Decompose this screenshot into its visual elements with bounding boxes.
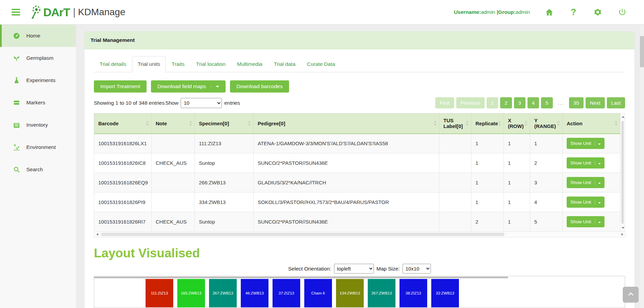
page-button-4[interactable]: 4	[527, 97, 539, 108]
help-icon[interactable]: ?	[568, 7, 578, 17]
inventory-icon	[13, 121, 21, 129]
scroll-to-top-button[interactable]	[623, 287, 639, 303]
sort-icon	[498, 121, 501, 126]
column-header-pedigree-0[interactable]: Pedigree[0]	[254, 113, 439, 134]
pagination-ellipsis: ...	[555, 100, 567, 106]
sort-icon	[524, 121, 527, 126]
column-header-action[interactable]: Action	[563, 113, 620, 134]
column-header-label: X (ROW)	[508, 118, 524, 129]
sidebar-item-inventory[interactable]: Inventory	[0, 114, 76, 136]
import-treatment-button[interactable]: Import Treatment	[94, 80, 147, 93]
column-header-label: Note	[156, 121, 167, 126]
column-header-tus-label-0[interactable]: TUS Label[0]	[439, 113, 471, 134]
vertical-scrollbar-thumb[interactable]	[621, 121, 624, 224]
plot-cham-6[interactable]: Cham 6	[304, 279, 332, 307]
scroll-up-arrow-icon[interactable]	[622, 116, 624, 118]
page-button-3[interactable]: 3	[514, 97, 525, 108]
layout-scrollbar-thumb[interactable]	[94, 277, 508, 278]
show-unit-button[interactable]: Show Unit	[567, 177, 604, 188]
power-icon[interactable]	[617, 7, 627, 17]
scroll-right-arrow-icon[interactable]	[621, 233, 623, 236]
sort-icon	[248, 121, 251, 126]
column-header-barcode[interactable]: Barcode	[94, 113, 152, 134]
column-header-replicate[interactable]: Replicate	[471, 113, 504, 134]
plot-label: 267:ZWB13	[371, 291, 392, 295]
cell-specimen: Suntop	[195, 212, 254, 232]
tab-trial-data[interactable]: Trial data	[268, 56, 301, 72]
plot-134-zwb13[interactable]: 134:ZWB13	[336, 279, 364, 307]
table-row: 10015319161826LX1111:ZIZ13ATENA-1/GAMDOW…	[94, 134, 620, 153]
tab-trial-details[interactable]: Trial details	[94, 56, 132, 72]
column-header-note[interactable]: Note	[152, 113, 195, 134]
plot-46-zwb13[interactable]: 46:ZWB13	[241, 279, 268, 307]
sidebar-item-home[interactable]: Home	[0, 25, 76, 47]
show-unit-button[interactable]: Show Unit	[567, 138, 604, 149]
dart-logo-icon[interactable]	[29, 5, 42, 20]
cell-x: 1	[504, 173, 530, 192]
plot-267-zwb13[interactable]: 267:ZWB13	[209, 279, 237, 307]
cell-x: 1	[504, 153, 530, 173]
page-size-select[interactable]: 10	[181, 98, 222, 108]
show-unit-button[interactable]: Show Unit	[567, 157, 604, 169]
home-icon[interactable]	[544, 7, 554, 17]
download-field-maps-button[interactable]: Download field maps	[151, 80, 226, 93]
download-barcodes-button[interactable]: Download barcodes	[230, 80, 289, 93]
brand-app-name: KDManage	[78, 7, 125, 18]
column-header-y-range[interactable]: Y (RANGE)	[530, 113, 563, 134]
show-unit-button[interactable]: Show Unit	[567, 216, 604, 227]
horizontal-scrollbar-thumb[interactable]	[101, 233, 505, 236]
scroll-down-arrow-icon[interactable]	[622, 227, 624, 229]
sidebar-item-search[interactable]: Search	[0, 158, 76, 181]
cell-tus	[439, 192, 471, 212]
tab-multimedia[interactable]: Multimedia	[231, 56, 268, 72]
table-row: 10015319161826EQ9266:ZWB13GLADIUS/3/2*KA…	[94, 173, 620, 192]
plot-37-ziz13[interactable]: 37:ZIZ13	[273, 279, 300, 307]
plot-label: Cham 6	[311, 291, 325, 295]
page-scrollbar[interactable]	[640, 25, 644, 308]
brand-dart: DArT	[43, 6, 70, 19]
tab-trial-units[interactable]: Trial units	[132, 56, 166, 72]
sidebar-item-markers[interactable]: Markers	[0, 92, 76, 114]
page-button-next[interactable]: Next	[586, 97, 605, 108]
orientation-select[interactable]: topleft	[334, 264, 374, 274]
menu-icon[interactable]	[11, 7, 20, 17]
settings-icon[interactable]	[593, 7, 603, 17]
plot-38-ziz13[interactable]: 38:ZIZ13	[400, 279, 427, 307]
cell-specimen: 266:ZWB13	[195, 173, 254, 192]
map-size-select[interactable]: 10x10	[403, 264, 431, 274]
plot-label: 37:ZIZ13	[279, 291, 294, 295]
show-unit-label: Show Unit	[570, 200, 591, 205]
column-header-x-row[interactable]: X (ROW)	[504, 113, 530, 134]
username-label: Username:	[454, 9, 481, 15]
plot-111-ziz13[interactable]: 111:ZIZ13	[146, 279, 173, 307]
sort-icon	[189, 121, 192, 126]
page-title: Trial Management	[91, 37, 135, 43]
plot-32-zwb13[interactable]: 32:ZWB13	[431, 279, 459, 307]
page-button-35[interactable]: 35	[569, 97, 584, 108]
table-vertical-scrollbar[interactable]	[620, 113, 625, 232]
scroll-left-arrow-icon[interactable]	[96, 233, 98, 236]
column-header-specimen-0[interactable]: Specimen[0]	[195, 113, 254, 134]
page-button-last[interactable]: Last	[607, 97, 625, 108]
show-unit-button[interactable]: Show Unit	[567, 197, 604, 208]
cell-specimen: Suntop	[195, 153, 254, 173]
page-scrollbar-thumb[interactable]	[640, 36, 644, 67]
sort-icon	[615, 121, 618, 126]
sidebar-item-experiments[interactable]: Experiments	[0, 69, 76, 92]
tab-curate-data[interactable]: Curate Data	[301, 56, 341, 72]
tab-trial-location[interactable]: Trial location	[190, 56, 231, 72]
sidebar-item-environment[interactable]: Environment	[0, 136, 76, 158]
tab-traits[interactable]: Traits	[166, 56, 190, 72]
brand-separator: |	[73, 6, 76, 18]
sidebar-item-germplasm[interactable]: Germplasm	[0, 47, 76, 69]
cell-action: Show Unit	[563, 212, 620, 232]
plot-267-zwb13[interactable]: 267:ZWB13	[368, 279, 395, 307]
cell-tus	[439, 153, 471, 173]
layout-horizontal-scrollbar[interactable]	[94, 276, 625, 279]
page-button-5[interactable]: 5	[541, 97, 552, 108]
cell-note	[152, 192, 195, 212]
cell-pedigree: SOKOLL/3/PASTOR//HXL7573/2*BAU/4/PARUS/P…	[254, 192, 439, 212]
plot-165-zwb13[interactable]: 165:ZWB13	[177, 279, 205, 307]
page-button-2[interactable]: 2	[500, 97, 512, 108]
table-horizontal-scrollbar[interactable]	[94, 232, 626, 237]
